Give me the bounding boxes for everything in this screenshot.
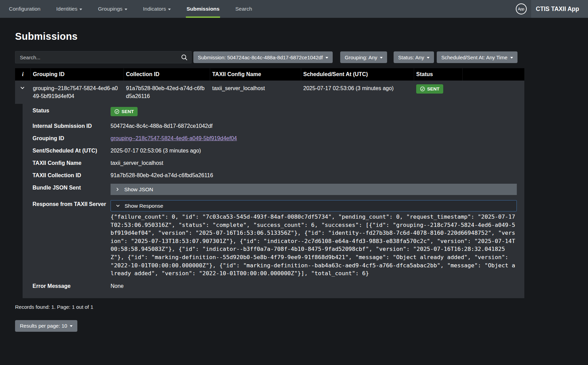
show-response-label: Show Response <box>125 203 163 209</box>
detail-value: grouping--218c7547-5824-4ed6-a049-5bf919… <box>111 134 237 142</box>
table-header-row: i Grouping ID Collection ID TAXII Config… <box>15 68 524 81</box>
results-per-page-button[interactable]: Results per page: 10 <box>15 320 77 332</box>
chevron-down-icon <box>116 204 120 208</box>
chevron-down-icon <box>20 85 25 90</box>
cell-scheduled-sent-at: 2025-07-17 02:53:06 (3 minutes ago) <box>301 81 414 104</box>
detail-row-response: Response from TAXII Server Show Response… <box>33 200 517 278</box>
nav-label: Submissions <box>187 6 219 12</box>
caret-down-icon <box>325 57 328 59</box>
detail-label: Bundle JSON Sent <box>33 184 111 192</box>
detail-label: Grouping ID <box>33 134 111 142</box>
row-expand-toggle[interactable] <box>15 81 31 104</box>
cell-grouping-id: grouping--218c7547-5824-4ed6-a049-5bf919… <box>31 81 124 104</box>
filter-row: Submission: 504724ac-8c4c-488a-8d17-6872… <box>15 51 573 63</box>
caret-down-icon <box>70 325 73 327</box>
nav-label: Indicators <box>143 6 166 12</box>
detail-value: 2025-07-17 02:53:06 (3 minutes ago) <box>111 147 201 155</box>
detail-row-error-message: Error Message None <box>33 282 517 290</box>
detail-value: None <box>111 282 124 290</box>
nav-item-groupings[interactable]: Groupings <box>97 0 128 18</box>
detail-row-taxii-collection-id: TAXII Collection ID 91a7b528-80eb-42ed-a… <box>33 171 517 179</box>
grouping-id-link[interactable]: grouping--218c7547-5824-4ed6-a049-5bf919… <box>111 135 237 141</box>
nav-item-submissions[interactable]: Submissions <box>186 0 220 18</box>
search-box <box>15 51 192 63</box>
detail-value: 91a7b528-80eb-42ed-a74d-c6fbd5a26116 <box>111 171 213 179</box>
caret-down-icon <box>427 57 430 59</box>
detail-label: Error Message <box>33 282 111 290</box>
detail-label: Status <box>33 107 111 114</box>
main-content: Submissions Submission: 504724ac-8c4c-48… <box>0 31 588 332</box>
nav-label: Configuration <box>9 6 40 12</box>
caret-down-icon <box>510 57 513 59</box>
detail-value: 504724ac-8c4c-488a-8d17-6872ce1042df <box>111 122 213 130</box>
filter-label: Grouping: Any <box>345 54 377 60</box>
caret-down-icon <box>168 9 171 10</box>
column-header-collection-id: Collection ID <box>124 68 210 81</box>
detail-widget: Show JSON <box>111 184 517 195</box>
submissions-table: i Grouping ID Collection ID TAXII Config… <box>15 68 524 298</box>
submission-filter-button[interactable]: Submission: 504724ac-8c4c-488a-8d17-6872… <box>193 51 333 63</box>
caret-down-icon <box>380 57 383 59</box>
status-badge-label: SENT <box>427 87 439 92</box>
table-row: grouping--218c7547-5824-4ed6-a049-5bf919… <box>15 81 524 104</box>
column-header-taxii-config-name: TAXII Config Name <box>210 68 301 81</box>
caret-down-icon <box>125 9 127 10</box>
status-filter-button[interactable]: Status: Any <box>394 51 434 63</box>
app-brand[interactable]: App CTIS TAXII App <box>516 0 588 18</box>
detail-widget: Show Response {"failure_count": 0, "id":… <box>111 200 517 278</box>
nav-label: Identities <box>56 6 77 12</box>
detail-label: Response from TAXII Server <box>33 200 111 208</box>
scheduled-filter-button[interactable]: Scheduled/Sent At: Any Time <box>437 51 517 63</box>
detail-label: TAXII Collection ID <box>33 171 111 179</box>
status-badge-label: SENT <box>122 109 134 114</box>
grouping-filter-button[interactable]: Grouping: Any <box>340 51 387 63</box>
detail-row-sent-scheduled-at: Sent/Scheduled At (UTC) 2025-07-17 02:53… <box>33 147 517 155</box>
page-title: Submissions <box>15 31 573 42</box>
nav-label: Groupings <box>98 6 123 12</box>
column-header-scheduled-sent-at: Scheduled/Sent At (UTC) <box>301 68 414 81</box>
nav-item-search[interactable]: Search <box>234 0 253 18</box>
show-json-toggle[interactable]: Show JSON <box>111 184 517 195</box>
show-response-toggle[interactable]: Show Response <box>111 200 517 211</box>
column-header-status: Status <box>414 68 463 81</box>
row-detail-panel: Status SENT Internal Submission ID 50472… <box>23 104 524 298</box>
status-badge: SENT <box>416 84 443 94</box>
app-logo-icon: App <box>516 3 527 14</box>
caret-down-icon <box>79 9 82 10</box>
app-title: CTIS TAXII App <box>531 0 588 18</box>
filter-label: Status: Any <box>398 54 424 60</box>
search-icon[interactable] <box>181 54 188 61</box>
records-found-text: Records found: 1. Page: 1 out of 1 <box>15 304 573 310</box>
detail-value: taxii_server_localhost <box>111 159 163 167</box>
detail-row-grouping-id: Grouping ID grouping--218c7547-5824-4ed6… <box>33 134 517 142</box>
chevron-right-icon <box>115 187 120 192</box>
results-per-page-label: Results per page: 10 <box>20 323 67 329</box>
detail-row-bundle-json: Bundle JSON Sent Show JSON <box>33 184 517 195</box>
column-header-info: i <box>15 68 31 81</box>
filter-label: Submission: 504724ac-8c4c-488a-8d17-6872… <box>198 54 323 60</box>
nav-item-indicators[interactable]: Indicators <box>142 0 171 18</box>
detail-label: Sent/Scheduled At (UTC) <box>33 147 111 155</box>
detail-row-taxii-config-name: TAXII Config Name taxii_server_localhost <box>33 159 517 167</box>
nav-item-identities[interactable]: Identities <box>55 0 83 18</box>
detail-label: Internal Submission ID <box>33 122 111 130</box>
show-json-label: Show JSON <box>124 186 153 193</box>
nav-label: Search <box>235 6 252 12</box>
cell-status: SENT <box>414 81 463 104</box>
check-circle-icon <box>114 109 119 114</box>
detail-row-status: Status SENT <box>33 107 517 116</box>
status-badge: SENT <box>111 107 138 116</box>
cell-empty <box>463 81 524 104</box>
response-json-text: {"failure_count": 0, "id": "7c03ca53-545… <box>111 213 517 278</box>
search-input[interactable] <box>15 51 192 63</box>
detail-row-internal-submission-id: Internal Submission ID 504724ac-8c4c-488… <box>33 122 517 130</box>
cell-collection-id: 91a7b528-80eb-42ed-a74d-c6fbd5a26116 <box>124 81 210 104</box>
column-header-empty <box>463 68 524 81</box>
nav-item-configuration[interactable]: Configuration <box>8 0 41 18</box>
detail-value: SENT <box>111 107 138 116</box>
detail-label: TAXII Config Name <box>33 159 111 167</box>
top-navbar: Configuration Identities Groupings Indic… <box>0 0 588 18</box>
cell-taxii-config-name: taxii_server_localhost <box>210 81 301 104</box>
filter-label: Scheduled/Sent At: Any Time <box>441 54 507 60</box>
check-circle-icon <box>420 86 425 92</box>
